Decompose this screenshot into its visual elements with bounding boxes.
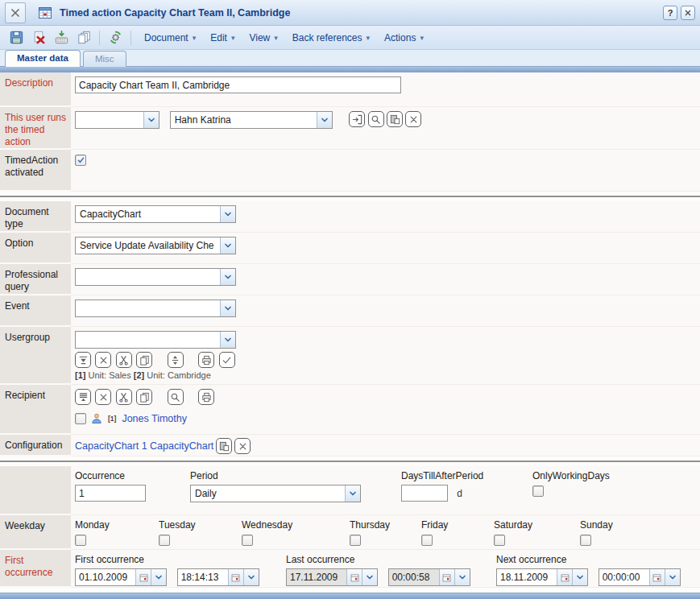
chevron-down-icon[interactable] bbox=[665, 569, 680, 585]
calendar-icon[interactable] bbox=[557, 569, 572, 585]
chevron-down-icon[interactable] bbox=[243, 569, 259, 585]
append-icon[interactable] bbox=[75, 352, 91, 368]
delete-icon[interactable] bbox=[95, 389, 111, 405]
next-occurrence-date[interactable] bbox=[496, 568, 588, 586]
weekday-thursday-checkbox[interactable] bbox=[350, 535, 361, 546]
window-close-button[interactable] bbox=[681, 6, 695, 20]
goto-icon[interactable] bbox=[349, 111, 365, 127]
event-select[interactable] bbox=[75, 300, 236, 317]
days-till-after-period-input[interactable] bbox=[401, 485, 448, 502]
print-icon[interactable] bbox=[198, 352, 214, 368]
run-user-row: This user runs the timed action Hahn Kat… bbox=[0, 107, 700, 150]
tab-master-data[interactable]: Master data bbox=[5, 50, 81, 67]
first-occurrence-time-input[interactable] bbox=[178, 569, 228, 585]
close-x-icon bbox=[683, 8, 693, 18]
next-occurrence-time[interactable] bbox=[599, 568, 681, 586]
section-divider bbox=[0, 456, 700, 466]
window-close-left-button[interactable] bbox=[5, 2, 26, 23]
weekday-saturday-checkbox[interactable] bbox=[494, 535, 505, 546]
weekday-thursday-label: Thursday bbox=[350, 519, 421, 531]
chevron-down-icon bbox=[220, 332, 235, 348]
print-icon[interactable] bbox=[198, 389, 214, 405]
delete-icon[interactable] bbox=[95, 352, 111, 368]
weekday-monday-checkbox[interactable] bbox=[75, 535, 86, 546]
cut-icon[interactable] bbox=[116, 352, 132, 368]
occurrence-input[interactable] bbox=[75, 485, 146, 502]
chevron-down-icon: ▾ bbox=[420, 34, 424, 42]
clear-icon[interactable] bbox=[234, 438, 251, 454]
recipient-label: Recipient bbox=[0, 385, 71, 435]
clear-icon[interactable] bbox=[405, 111, 421, 127]
copy-icon[interactable] bbox=[136, 389, 152, 405]
user-type-select[interactable] bbox=[75, 111, 159, 129]
help-button[interactable]: ? bbox=[663, 6, 677, 20]
recipient-checkbox[interactable] bbox=[75, 413, 86, 424]
list-icon[interactable] bbox=[75, 389, 91, 405]
timed-action-table-icon bbox=[37, 5, 53, 21]
first-occurrence-date-input[interactable] bbox=[76, 569, 135, 585]
search-icon[interactable] bbox=[168, 389, 184, 405]
copy-icon[interactable] bbox=[136, 352, 152, 368]
menu-view[interactable]: View▾ bbox=[242, 29, 284, 47]
process-button[interactable] bbox=[106, 28, 125, 48]
chevron-down-icon[interactable] bbox=[572, 569, 587, 585]
save-button[interactable] bbox=[6, 28, 26, 48]
weekday-tuesday-checkbox[interactable] bbox=[159, 535, 170, 546]
weekday-friday-checkbox[interactable] bbox=[421, 535, 433, 546]
days-unit: d bbox=[457, 488, 462, 499]
tab-misc[interactable]: Misc bbox=[83, 51, 126, 67]
calendar-icon[interactable] bbox=[439, 569, 454, 585]
copy-button[interactable] bbox=[74, 28, 93, 48]
menu-edit[interactable]: Edit▾ bbox=[203, 29, 242, 47]
timed-action-activated-checkbox[interactable] bbox=[75, 155, 86, 166]
configuration-link[interactable]: CapacityChart 1 CapacityChart bbox=[75, 440, 213, 452]
usergroup-label: Usergroup bbox=[0, 327, 71, 385]
recipient-index: [1] bbox=[108, 415, 116, 423]
first-occurrence-label: First occurrence bbox=[75, 554, 286, 565]
chevron-down-icon bbox=[220, 206, 235, 222]
period-select[interactable]: Daily bbox=[190, 485, 361, 502]
cut-icon[interactable] bbox=[116, 389, 132, 405]
only-working-days-label: OnlyWorkingDays bbox=[532, 470, 610, 481]
recipient-link[interactable]: Jones Timothy bbox=[122, 413, 187, 424]
configuration-label: Configuration bbox=[0, 435, 71, 456]
chevron-down-icon[interactable] bbox=[454, 569, 470, 585]
professional-query-select[interactable] bbox=[75, 268, 236, 286]
calendar-icon[interactable] bbox=[135, 569, 151, 585]
only-working-days-checkbox[interactable] bbox=[532, 485, 544, 497]
user-name-select[interactable]: Hahn Katrina bbox=[170, 111, 333, 129]
document-type-select[interactable]: CapacityChart bbox=[75, 205, 236, 223]
calendar-icon[interactable] bbox=[346, 569, 362, 585]
paste-icon[interactable] bbox=[387, 111, 403, 127]
weekday-sunday-checkbox[interactable] bbox=[580, 535, 591, 546]
first-occurrence-time[interactable] bbox=[177, 568, 259, 586]
usergroup-select[interactable] bbox=[75, 331, 236, 349]
chevron-down-icon[interactable] bbox=[151, 569, 166, 585]
tab-bar bbox=[0, 66, 700, 72]
next-occurrence-date-input[interactable] bbox=[497, 569, 557, 585]
paste-icon[interactable] bbox=[216, 438, 232, 454]
description-input[interactable] bbox=[75, 76, 401, 93]
delete-button[interactable] bbox=[29, 28, 48, 48]
last-occurrence-time bbox=[388, 568, 470, 586]
event-label: Event bbox=[0, 295, 71, 327]
menu-back-references[interactable]: Back references▾ bbox=[285, 29, 377, 47]
run-user-label: This user runs the timed action bbox=[0, 107, 71, 150]
menu-actions[interactable]: Actions▾ bbox=[377, 29, 431, 47]
option-select[interactable]: Service Update Availability Che bbox=[75, 237, 236, 254]
sort-icon[interactable] bbox=[168, 352, 184, 368]
keyboard-add-button[interactable] bbox=[52, 28, 71, 48]
confirm-icon[interactable] bbox=[219, 352, 235, 368]
weekday-wednesday-checkbox[interactable] bbox=[242, 535, 253, 546]
search-icon[interactable] bbox=[368, 111, 384, 127]
option-label: Option bbox=[0, 233, 71, 264]
calendar-icon[interactable] bbox=[228, 569, 243, 585]
menu-document[interactable]: Document▾ bbox=[137, 29, 203, 47]
first-occurrence-date[interactable] bbox=[75, 568, 167, 586]
chevron-down-icon[interactable] bbox=[362, 569, 377, 585]
usergroup-row: Usergroup [1] Unit: Sales [2] Unit: Camb… bbox=[0, 327, 700, 385]
keyboard-add-icon bbox=[54, 30, 69, 45]
next-occurrence-time-input[interactable] bbox=[599, 569, 649, 585]
calendar-icon[interactable] bbox=[649, 569, 665, 585]
section-divider bbox=[0, 192, 700, 201]
